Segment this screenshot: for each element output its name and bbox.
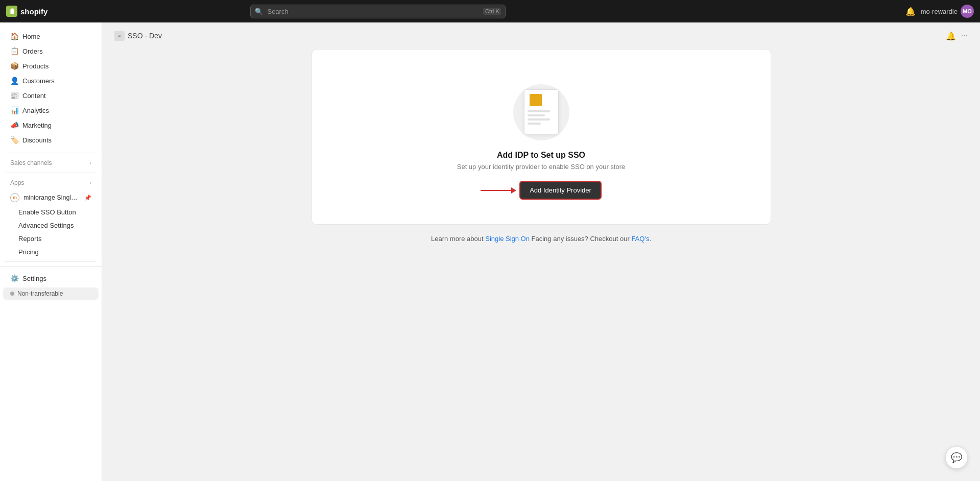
faq-link[interactable]: FAQ's bbox=[631, 235, 649, 243]
search-icon: 🔍 bbox=[255, 8, 263, 15]
non-transferable-badge[interactable]: Non-transferable bbox=[3, 287, 99, 300]
card-subtitle: Set up your identity provider to enable … bbox=[457, 163, 626, 171]
illustration-lines bbox=[528, 110, 555, 125]
chat-button[interactable]: 💬 bbox=[945, 446, 968, 469]
avatar: MO bbox=[961, 5, 974, 18]
doc-line bbox=[528, 114, 545, 116]
notification-bell-icon[interactable]: 🔔 bbox=[905, 7, 916, 16]
sidebar-item-discounts-label: Discounts bbox=[22, 136, 52, 144]
shopify-bag-icon bbox=[6, 6, 17, 17]
orders-icon: 📋 bbox=[10, 47, 18, 55]
advanced-settings-label: Advanced Settings bbox=[18, 222, 74, 229]
products-icon: 📦 bbox=[10, 62, 18, 70]
main-content: ≡ SSO - Dev 🔔 ··· bbox=[102, 22, 980, 481]
doc-line bbox=[528, 123, 541, 125]
sidebar-item-content[interactable]: 📰 Content bbox=[3, 88, 99, 103]
arrow-line bbox=[481, 190, 511, 191]
illustration-paper bbox=[524, 89, 559, 134]
sidebar-subitem-reports[interactable]: Reports bbox=[3, 232, 99, 245]
apps-group[interactable]: Apps › bbox=[3, 176, 99, 189]
sso-illustration bbox=[511, 74, 572, 140]
topbar-right: 🔔 mo-rewardie MO bbox=[905, 5, 974, 18]
content-icon: 📰 bbox=[10, 91, 18, 100]
sidebar-item-marketing-label: Marketing bbox=[22, 122, 52, 129]
sidebar-item-customers[interactable]: 👤 Customers bbox=[3, 74, 99, 88]
sidebar-item-content-label: Content bbox=[22, 92, 46, 100]
sidebar-item-home-label: Home bbox=[22, 33, 40, 40]
divider-2 bbox=[5, 173, 97, 173]
breadcrumb: ≡ SSO - Dev bbox=[114, 31, 162, 41]
marketing-icon: 📣 bbox=[10, 121, 18, 129]
sales-channels-label: Sales channels bbox=[10, 159, 52, 166]
footer-text-before-link1: Learn more about bbox=[431, 235, 485, 243]
apps-label: Apps bbox=[10, 179, 24, 186]
sidebar-subitem-pricing[interactable]: Pricing bbox=[3, 246, 99, 258]
breadcrumb-icon: ≡ bbox=[114, 31, 125, 41]
search-input[interactable] bbox=[250, 5, 506, 18]
customers-icon: 👤 bbox=[10, 77, 18, 85]
cta-row: Add Identity Provider bbox=[481, 181, 602, 200]
search-shortcut-badge: Ctrl K bbox=[483, 8, 501, 15]
sso-setup-card: Add IDP to Set up SSO Set up your identi… bbox=[312, 49, 771, 225]
single-sign-on-link[interactable]: Single Sign On bbox=[485, 235, 530, 243]
reports-label: Reports bbox=[18, 235, 42, 243]
sidebar-item-products-label: Products bbox=[22, 62, 49, 70]
sidebar-subitem-enable-sso[interactable]: Enable SSO Button bbox=[3, 206, 99, 219]
arrow-head bbox=[511, 187, 516, 194]
settings-icon: ⚙️ bbox=[10, 274, 18, 282]
layout: 🏠 Home 📋 Orders 📦 Products 👤 Customers 📰… bbox=[0, 22, 980, 481]
sidebar-item-analytics[interactable]: 📊 Analytics bbox=[3, 103, 99, 117]
add-identity-provider-button[interactable]: Add Identity Provider bbox=[519, 181, 602, 200]
sidebar-item-orders[interactable]: 📋 Orders bbox=[3, 44, 99, 58]
card-title: Add IDP to Set up SSO bbox=[497, 151, 585, 160]
chat-icon: 💬 bbox=[951, 452, 962, 463]
discounts-icon: 🏷️ bbox=[10, 136, 18, 144]
pin-icon: 📌 bbox=[84, 195, 91, 201]
non-transferable-label: Non-transferable bbox=[17, 290, 63, 297]
username-label: mo-rewardie bbox=[921, 8, 958, 15]
badge-dot bbox=[10, 292, 14, 296]
svg-rect-0 bbox=[10, 10, 11, 14]
topbar: shopify 🔍 Ctrl K 🔔 mo-rewardie MO bbox=[0, 0, 980, 22]
header-actions: 🔔 ··· bbox=[946, 31, 968, 41]
app-miniorange[interactable]: m miniorange Single Sig... 📌 bbox=[3, 190, 99, 205]
more-options-icon[interactable]: ··· bbox=[961, 31, 968, 40]
page-header: ≡ SSO - Dev 🔔 ··· bbox=[114, 31, 968, 41]
sidebar-item-orders-label: Orders bbox=[22, 47, 43, 55]
chevron-right-icon: › bbox=[89, 160, 91, 166]
arrow-indicator bbox=[481, 187, 516, 194]
search-bar[interactable]: 🔍 Ctrl K bbox=[250, 5, 506, 18]
enable-sso-label: Enable SSO Button bbox=[18, 208, 76, 216]
page-title: SSO - Dev bbox=[128, 32, 162, 40]
home-icon: 🏠 bbox=[10, 32, 18, 40]
divider-3 bbox=[5, 261, 97, 262]
sidebar-item-discounts[interactable]: 🏷️ Discounts bbox=[3, 133, 99, 147]
shopify-wordmark: shopify bbox=[20, 7, 47, 16]
footer-text-between: Facing any issues? Checkout our bbox=[530, 235, 631, 243]
apps-chevron-icon: › bbox=[89, 180, 91, 186]
analytics-icon: 📊 bbox=[10, 106, 18, 114]
sidebar-item-home[interactable]: 🏠 Home bbox=[3, 29, 99, 43]
sidebar-item-settings[interactable]: ⚙️ Settings bbox=[3, 271, 99, 285]
footer-info: Learn more about Single Sign On Facing a… bbox=[312, 235, 771, 243]
pricing-label: Pricing bbox=[18, 248, 39, 256]
sidebar-item-products[interactable]: 📦 Products bbox=[3, 59, 99, 73]
sidebar-item-analytics-label: Analytics bbox=[22, 107, 49, 114]
sidebar-subitem-advanced-settings[interactable]: Advanced Settings bbox=[3, 219, 99, 232]
sales-channels-group[interactable]: Sales channels › bbox=[3, 156, 99, 170]
sidebar-item-marketing[interactable]: 📣 Marketing bbox=[3, 118, 99, 132]
illustration-orange-box bbox=[530, 94, 542, 106]
sidebar-item-customers-label: Customers bbox=[22, 77, 55, 85]
breadcrumb-app-icon: ≡ bbox=[118, 33, 121, 38]
sidebar: 🏠 Home 📋 Orders 📦 Products 👤 Customers 📰… bbox=[0, 22, 102, 481]
shopify-logo[interactable]: shopify bbox=[6, 6, 47, 17]
settings-label: Settings bbox=[22, 275, 46, 282]
user-menu[interactable]: mo-rewardie MO bbox=[921, 5, 974, 18]
bell-icon[interactable]: 🔔 bbox=[946, 31, 956, 41]
app-icon: m bbox=[10, 193, 19, 202]
divider-1 bbox=[5, 153, 97, 153]
sidebar-bottom: ⚙️ Settings Non-transferable bbox=[0, 266, 102, 300]
doc-line bbox=[528, 118, 550, 121]
doc-line bbox=[528, 110, 550, 112]
app-name-label: miniorange Single Sig... bbox=[23, 194, 80, 201]
